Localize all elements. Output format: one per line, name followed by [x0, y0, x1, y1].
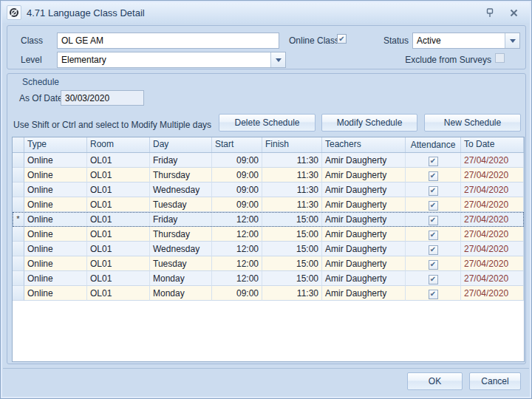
- close-icon[interactable]: [508, 7, 519, 18]
- column-header-finish[interactable]: Finish: [262, 137, 322, 152]
- class-input[interactable]: OL GE AM: [57, 33, 279, 49]
- cell-room: OL01: [87, 256, 150, 271]
- row-indicator: [13, 242, 24, 256]
- cell-to-date: 27/04/2020: [461, 227, 524, 242]
- table-row[interactable]: Online OL01 Thursday 12:00 15:00 Amir Da…: [13, 227, 524, 242]
- table-row[interactable]: Online OL01 Monday 09:00 11:30 Amir Daug…: [13, 286, 524, 301]
- cell-finish: 15:00: [262, 256, 322, 271]
- attendance-checkbox[interactable]: [429, 290, 438, 299]
- cell-attendance: [406, 286, 461, 301]
- cell-teachers: Amir Daugherty: [322, 242, 406, 256]
- cell-day: Monday: [150, 271, 212, 286]
- row-indicator: [13, 286, 24, 301]
- cell-start: 09:00: [212, 183, 262, 197]
- attendance-checkbox[interactable]: [429, 260, 438, 270]
- attendance-checkbox[interactable]: [429, 216, 438, 225]
- cell-finish: 11:30: [262, 168, 322, 183]
- online-class-checkbox[interactable]: [337, 34, 347, 44]
- table-row[interactable]: Online OL01 Monday 12:00 15:00 Amir Daug…: [13, 271, 524, 286]
- cell-room: OL01: [87, 242, 150, 256]
- title-bar: 4.71 Language Class Detail: [2, 2, 530, 23]
- cell-attendance: [406, 227, 461, 242]
- table-row[interactable]: Online OL01 Tuesday 09:00 11:30 Amir Dau…: [13, 197, 524, 212]
- cancel-button[interactable]: Cancel: [469, 372, 521, 390]
- row-indicator: [13, 153, 24, 168]
- table-row[interactable]: Online OL01 Wednesday 09:00 11:30 Amir D…: [13, 183, 524, 197]
- table-row[interactable]: Online OL01 Tuesday 12:00 15:00 Amir Dau…: [13, 256, 524, 271]
- column-header-day[interactable]: Day: [150, 137, 212, 152]
- attendance-checkbox[interactable]: [429, 245, 438, 255]
- cell-room: OL01: [87, 197, 150, 212]
- column-header-attendance[interactable]: Attendance: [406, 137, 461, 152]
- cell-teachers: Amir Daugherty: [322, 212, 406, 227]
- cell-day: Thursday: [150, 227, 212, 242]
- cell-finish: 15:00: [262, 242, 322, 256]
- cell-attendance: [406, 168, 461, 183]
- column-header-to-date[interactable]: To Date: [461, 137, 524, 152]
- cell-attendance: [406, 256, 461, 271]
- cell-to-date: 27/04/2020: [461, 242, 524, 256]
- pin-icon[interactable]: [484, 7, 496, 18]
- cell-day: Thursday: [150, 168, 212, 183]
- cell-day: Monday: [150, 286, 212, 301]
- attendance-checkbox[interactable]: [429, 231, 438, 240]
- cell-teachers: Amir Daugherty: [322, 197, 406, 212]
- cell-to-date: 27/04/2020: [461, 153, 524, 168]
- row-indicator: [13, 256, 24, 271]
- cell-attendance: [406, 197, 461, 212]
- cell-start: 09:00: [212, 286, 262, 301]
- cell-to-date: 27/04/2020: [461, 183, 524, 197]
- cell-type: Online: [24, 212, 87, 227]
- chevron-down-icon[interactable]: [270, 52, 285, 67]
- column-header-room[interactable]: Room: [87, 137, 150, 152]
- row-indicator: [13, 168, 24, 183]
- attendance-checkbox[interactable]: [429, 186, 438, 196]
- cell-attendance: [406, 183, 461, 197]
- focused-row-marker: *: [16, 214, 19, 223]
- as-of-date-label: As Of Date: [19, 93, 63, 103]
- column-header-teachers[interactable]: Teachers: [322, 137, 406, 152]
- attendance-checkbox[interactable]: [429, 171, 438, 181]
- cell-finish: 15:00: [262, 212, 322, 227]
- level-dropdown[interactable]: Elementary: [57, 52, 286, 68]
- table-row[interactable]: Online OL01 Friday 09:00 11:30 Amir Daug…: [13, 153, 524, 168]
- as-of-date-input[interactable]: 30/03/2020: [61, 90, 144, 106]
- delete-schedule-button[interactable]: Delete Schedule: [219, 114, 316, 132]
- table-row[interactable]: Online OL01 Thursday 09:00 11:30 Amir Da…: [13, 168, 524, 183]
- cell-start: 12:00: [212, 242, 262, 256]
- column-header-start[interactable]: Start: [212, 137, 262, 152]
- chevron-down-icon[interactable]: [505, 33, 519, 48]
- cell-day: Wednesday: [150, 242, 212, 256]
- cell-room: OL01: [87, 227, 150, 242]
- schedule-grid: Type Room Day Start Finish Teachers Atte…: [12, 137, 525, 362]
- row-indicator: [13, 197, 24, 212]
- cell-room: OL01: [87, 286, 150, 301]
- attendance-checkbox[interactable]: [429, 157, 438, 166]
- cell-start: 12:00: [212, 256, 262, 271]
- column-header-type[interactable]: Type: [24, 137, 87, 152]
- cell-room: OL01: [87, 271, 150, 286]
- cell-day: Friday: [150, 153, 212, 168]
- cell-attendance: [406, 153, 461, 168]
- cell-room: OL01: [87, 153, 150, 168]
- cell-day: Friday: [150, 212, 212, 227]
- table-row[interactable]: Online OL01 Wednesday 12:00 15:00 Amir D…: [13, 242, 524, 256]
- attendance-checkbox[interactable]: [429, 275, 438, 284]
- status-dropdown[interactable]: Active: [412, 33, 520, 49]
- table-row-focused[interactable]: * Online OL01 Friday 12:00 15:00 Amir Da…: [13, 212, 524, 227]
- attendance-checkbox[interactable]: [429, 201, 438, 211]
- ok-button[interactable]: OK: [407, 372, 463, 390]
- cell-to-date: 27/04/2020: [461, 212, 524, 227]
- cell-start: 12:00: [212, 227, 262, 242]
- exclude-surveys-checkbox[interactable]: [495, 53, 505, 63]
- dialog-window: 4.71 Language Class Detail Class OL GE A…: [0, 0, 532, 399]
- schedule-group: Schedule As Of Date 30/03/2020 Use Shift…: [7, 73, 526, 364]
- new-schedule-button[interactable]: New Schedule: [424, 114, 521, 132]
- cell-to-date: 27/04/2020: [461, 197, 524, 212]
- cell-finish: 11:30: [262, 183, 322, 197]
- level-label: Level: [21, 55, 42, 65]
- cell-to-date: 27/04/2020: [461, 271, 524, 286]
- cell-type: Online: [24, 153, 87, 168]
- cell-attendance: [406, 271, 461, 286]
- modify-schedule-button[interactable]: Modify Schedule: [321, 114, 417, 132]
